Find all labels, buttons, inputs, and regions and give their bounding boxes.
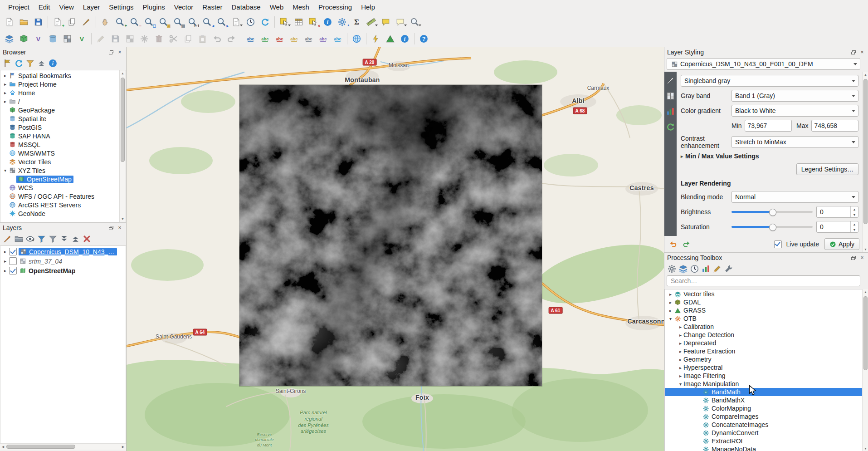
brightness-spinbox[interactable]: 0▲▼ [816, 206, 858, 218]
copy-features-icon[interactable] [181, 32, 195, 45]
browser-item[interactable]: ArcGIS REST Servers [0, 201, 120, 209]
scroll-right-icon[interactable]: ▶ [120, 444, 126, 450]
plugin-info-icon[interactable] [398, 32, 412, 45]
move-label-icon[interactable] [302, 32, 316, 45]
slider-handle[interactable] [769, 224, 776, 231]
render-type-select[interactable]: Singleband gray [681, 75, 858, 87]
close-panel-icon[interactable]: × [116, 49, 123, 56]
menu-mesh[interactable]: Mesh [288, 1, 314, 13]
layers-item[interactable]: ▸Copernicus_DSM_10_N43_00_E001_00_DEM [0, 247, 126, 256]
browser-item[interactable]: MSSQL [0, 140, 120, 149]
history-icon[interactable] [689, 264, 699, 274]
processing-item[interactable]: ▸Geometry [665, 355, 862, 363]
model-designer-icon[interactable] [678, 264, 688, 274]
zoom-full-icon[interactable]: ◻ [142, 15, 156, 29]
layers-item[interactable]: ▸srtm_37_04 [0, 256, 126, 266]
blending-mode-select[interactable]: Normal [731, 191, 858, 203]
filter-browser-icon[interactable] [25, 58, 35, 68]
processing-item[interactable]: BandMath [665, 388, 862, 396]
scroll-thumb[interactable] [863, 79, 868, 224]
zoom-next-icon[interactable]: ▸ [215, 15, 229, 29]
browser-item[interactable]: ▸/ [0, 97, 120, 106]
search-icon[interactable] [408, 15, 422, 29]
zoom-native-icon[interactable]: 1:1 [185, 15, 200, 29]
collapse-all-layers-icon[interactable] [70, 234, 80, 244]
processing-item[interactable]: ManageNoData [665, 445, 862, 451]
filter-expression-icon[interactable] [48, 234, 58, 244]
color-gradient-select[interactable]: Black to White [731, 105, 858, 117]
processing-item[interactable]: ▸Feature Extraction [665, 347, 862, 355]
spin-up-icon[interactable]: ▲ [851, 221, 858, 227]
close-panel-icon[interactable]: × [116, 225, 123, 231]
redo-icon[interactable] [224, 32, 239, 45]
styling-scrollbar[interactable]: ▲ ▼ [862, 72, 868, 252]
metasearch-icon[interactable] [350, 32, 364, 45]
new-shapefile-layer-icon[interactable] [31, 32, 45, 45]
zoom-out-icon[interactable]: − [127, 15, 141, 29]
new-print-layout-icon[interactable]: + [50, 15, 64, 29]
max-input[interactable]: 748,658 [811, 120, 859, 132]
menu-database[interactable]: Database [227, 1, 265, 13]
edit-features-in-place-icon[interactable] [712, 264, 722, 274]
close-panel-icon[interactable]: × [858, 49, 866, 56]
layer-visibility-checkbox[interactable] [9, 267, 17, 275]
close-panel-icon[interactable]: × [858, 255, 866, 261]
gray-band-select[interactable]: Band 1 (Gray) [731, 90, 858, 102]
menu-raster[interactable]: Raster [198, 1, 227, 13]
menu-view[interactable]: View [55, 1, 78, 13]
results-viewer-icon[interactable] [701, 264, 711, 274]
processing-item[interactable]: ▸Deprecated [665, 339, 862, 347]
select-by-value-icon[interactable] [292, 15, 306, 29]
scroll-thumb[interactable] [863, 296, 868, 370]
layer-labeling-icon[interactable] [244, 32, 258, 45]
scroll-down-icon[interactable]: ▼ [863, 246, 868, 252]
browser-item[interactable]: WMS/WMTS [0, 149, 120, 157]
browser-item[interactable]: Vector Tiles [0, 157, 120, 166]
browser-item[interactable]: PostGIS [0, 123, 120, 132]
refresh-browser-icon[interactable] [14, 58, 24, 68]
processing-item[interactable]: CompareImages [665, 412, 862, 421]
new-spatialite-layer-icon[interactable] [46, 32, 60, 45]
processing-item[interactable]: ▸Calibration [665, 323, 862, 331]
new-temporary-layer-icon[interactable] [60, 32, 74, 45]
python-console-icon[interactable] [369, 32, 383, 45]
temporal-controller-icon[interactable] [244, 15, 258, 29]
options-wrench-icon[interactable] [723, 264, 733, 274]
select-features-icon[interactable] [277, 15, 291, 29]
save-project-icon[interactable] [31, 15, 45, 29]
text-annotation-icon[interactable] [393, 15, 407, 29]
style-redo-icon[interactable] [681, 239, 692, 250]
scroll-down-icon[interactable]: ▼ [120, 216, 126, 222]
menu-web[interactable]: Web [265, 1, 288, 13]
live-update-checkbox[interactable] [774, 240, 782, 248]
save-edits-icon[interactable] [108, 32, 122, 45]
menu-help[interactable]: Help [356, 1, 380, 13]
browser-item[interactable]: OpenStreetMap [0, 175, 120, 183]
toolbox-options-icon[interactable] [667, 264, 677, 274]
float-panel-icon[interactable] [107, 225, 115, 231]
open-layer-styling-icon[interactable] [2, 234, 12, 244]
plugin-manager-icon[interactable] [383, 32, 397, 45]
map-tips-icon[interactable] [379, 15, 393, 29]
processing-item[interactable]: DynamicConvert [665, 429, 862, 437]
properties-icon[interactable] [48, 58, 58, 68]
float-panel-icon[interactable] [850, 255, 857, 261]
deselect-all-icon[interactable]: × [306, 15, 320, 29]
help-icon[interactable] [417, 32, 431, 45]
search-input[interactable] [667, 275, 860, 286]
statistical-summary-icon[interactable] [350, 15, 364, 29]
measure-icon[interactable] [364, 15, 378, 29]
map-canvas[interactable]: MoissacMontaubanCarmauxAlbiCastresCarcas… [126, 47, 664, 451]
browser-item[interactable]: ▾XYZ Tiles [0, 166, 120, 175]
browser-item[interactable]: GeoNode [0, 209, 120, 218]
scroll-thumb[interactable] [6, 445, 75, 449]
processing-item[interactable]: ▸Vector tiles [665, 290, 862, 298]
undo-icon[interactable] [210, 32, 224, 45]
add-group-icon[interactable] [14, 234, 24, 244]
browser-item[interactable]: ▸Spatial Bookmarks [0, 71, 120, 80]
new-map-view-icon[interactable] [229, 15, 243, 29]
processing-item[interactable]: ▾Image Manipulation [665, 380, 862, 388]
browser-scrollbar[interactable]: ▲ ▼ [119, 70, 126, 222]
spin-down-icon[interactable]: ▼ [851, 212, 858, 217]
rotate-label-icon[interactable] [316, 32, 330, 45]
